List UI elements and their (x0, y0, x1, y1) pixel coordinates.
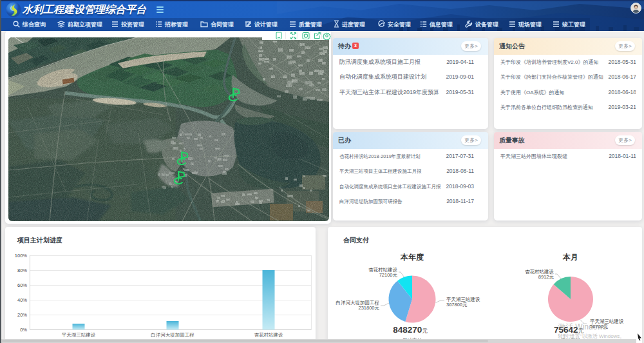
svg-text:20%: 20% (17, 312, 27, 318)
svg-text:平天湖三站建设: 平天湖三站建设 (62, 332, 96, 338)
svg-text:本年度: 本年度 (400, 253, 424, 262)
svg-text:8912元: 8912元 (538, 274, 554, 280)
svg-text:白洋河大堤加固工程: 白洋河大堤加固工程 (151, 332, 194, 338)
svg-text:367800元: 367800元 (446, 302, 468, 308)
svg-text:80%: 80% (17, 268, 27, 273)
svg-text:60%: 60% (17, 282, 27, 288)
svg-text:本月: 本月 (562, 253, 578, 262)
svg-text:杏花村站建设: 杏花村站建设 (254, 332, 284, 338)
svg-text:848270元: 848270元 (393, 325, 428, 335)
svg-text:100%: 100% (15, 253, 28, 259)
svg-text:0%: 0% (20, 327, 27, 333)
svg-text:231800元: 231800元 (358, 305, 379, 311)
svg-text:40%: 40% (17, 297, 27, 303)
svg-text:72100元: 72100元 (379, 272, 398, 278)
